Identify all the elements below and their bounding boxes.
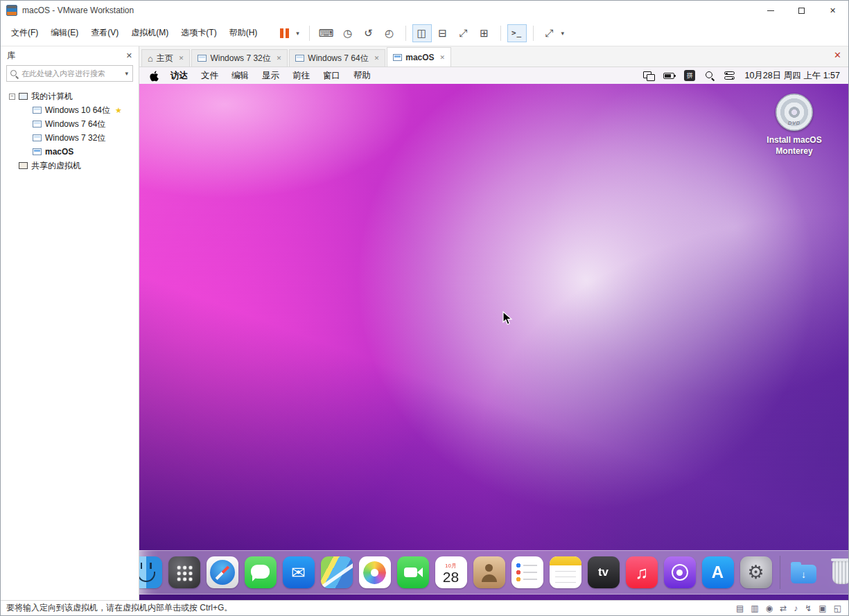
pause-dropdown-icon[interactable]: ▾ <box>296 30 299 37</box>
apple-menu-icon[interactable] <box>150 71 159 81</box>
launchpad-grid <box>175 564 193 581</box>
search-dropdown-icon[interactable]: ▾ <box>123 70 130 77</box>
revert-snapshot-button[interactable]: ↺ <box>359 24 378 42</box>
menu-vm[interactable]: 虚拟机(M) <box>125 24 175 42</box>
install-macos-icon[interactable]: DVD Install macOS Monterey <box>754 94 834 157</box>
dock-mail-icon[interactable]: ✉ <box>283 556 315 588</box>
hard-disk-2-icon[interactable]: ▥ <box>751 604 758 613</box>
input-source-icon[interactable]: 拼 <box>684 70 695 81</box>
close-tab-icon[interactable]: ✕ <box>834 50 841 60</box>
collapse-icon[interactable]: − <box>9 94 15 100</box>
photos-flower <box>363 561 386 584</box>
minimize-button[interactable] <box>755 1 786 20</box>
battery-icon[interactable] <box>663 73 674 79</box>
minimize-icon <box>767 10 774 11</box>
hard-disk-icon[interactable]: ▤ <box>736 604 744 613</box>
computer-icon <box>19 93 28 100</box>
dock-downloads-icon[interactable]: ↓ <box>788 556 820 588</box>
dock-photos-icon[interactable] <box>359 556 391 588</box>
fit-guest-icon[interactable]: ◱ <box>834 604 841 613</box>
finder-menu[interactable]: 访达 <box>170 70 188 82</box>
dock-podcasts-icon[interactable] <box>664 556 696 588</box>
tab-home[interactable]: ⌂ 主页 ✕ <box>141 49 190 67</box>
take-snapshot-button[interactable]: ◷ <box>338 24 358 42</box>
mac-menu-edit[interactable]: 编辑 <box>231 70 249 82</box>
toolbar-separator <box>405 26 406 41</box>
macos-desktop[interactable]: DVD Install macOS Monterey ✉ <box>139 84 848 600</box>
network-icon[interactable]: ⇄ <box>780 604 787 613</box>
pause-button[interactable] <box>274 24 294 42</box>
tab-windows7-64[interactable]: Windows 7 64位 ✕ <box>289 49 385 67</box>
menubar-clock[interactable]: 10月28日 周四 上午 1:57 <box>744 70 840 82</box>
dock-launchpad-icon[interactable] <box>168 556 200 588</box>
maximize-button[interactable] <box>786 1 817 20</box>
menu-file[interactable]: 文件(F) <box>5 24 44 42</box>
vmware-logo-icon <box>6 5 17 16</box>
unity-button[interactable]: ⊞ <box>475 24 494 42</box>
menu-edit[interactable]: 编辑(E) <box>44 24 85 42</box>
dock-appletv-icon[interactable]: tv <box>588 556 620 588</box>
dock-appstore-icon[interactable]: A <box>702 556 734 588</box>
ctrl-alt-del-button[interactable]: ⌨ <box>316 24 337 42</box>
tree-item-windows7-32[interactable]: Windows 7 32位 <box>1 131 139 145</box>
cd-rom-icon[interactable]: ◉ <box>766 604 773 613</box>
mac-menu-help[interactable]: 帮助 <box>353 70 371 82</box>
manage-snapshots-button[interactable]: ◴ <box>380 24 399 42</box>
tab-close-icon[interactable]: ✕ <box>374 55 380 62</box>
fullscreen-button[interactable]: ⤢ <box>454 24 473 42</box>
library-toggle-button[interactable]: ◫ <box>412 24 432 42</box>
close-button[interactable]: ✕ <box>817 1 848 20</box>
tab-close-icon[interactable]: ✕ <box>179 55 184 62</box>
dock-calendar-icon[interactable]: 10月 28 <box>435 556 467 588</box>
menu-view[interactable]: 查看(V) <box>85 24 125 42</box>
tree-item-shared-vms[interactable]: 共享的虚拟机 <box>1 159 139 173</box>
stretch-button[interactable]: ⤢ <box>540 24 559 42</box>
tab-close-icon[interactable]: ✕ <box>277 55 282 62</box>
tree-item-windows7-64[interactable]: Windows 7 64位 <box>1 117 139 131</box>
downloads-folder: ↓ <box>791 565 816 583</box>
favorite-star-icon: ★ <box>115 106 122 115</box>
mac-menu-go[interactable]: 前往 <box>292 70 310 82</box>
tab-bar: ⌂ 主页 ✕ Windows 7 32位 ✕ Windows 7 64位 ✕ m… <box>139 46 848 67</box>
dock-facetime-icon[interactable] <box>397 556 429 588</box>
stretch-dropdown-icon[interactable]: ▾ <box>561 30 565 37</box>
dock-notes-icon[interactable] <box>550 556 581 588</box>
tree-item-label: 我的计算机 <box>31 91 73 103</box>
mac-menu-window[interactable]: 窗口 <box>323 70 340 82</box>
menu-tabs[interactable]: 选项卡(T) <box>175 24 222 42</box>
mac-menu-view[interactable]: 显示 <box>262 70 279 82</box>
tab-label: macOS <box>405 53 434 62</box>
dock-music-icon[interactable]: ♫ <box>626 556 658 588</box>
vmware-window: macOS - VMware Workstation ✕ 文件(F) 编辑(E)… <box>0 0 849 616</box>
search-input[interactable] <box>19 69 123 78</box>
library-close-icon[interactable]: ✕ <box>126 51 132 60</box>
dock-finder-icon[interactable] <box>139 556 162 588</box>
tree-item-my-computer[interactable]: − 我的计算机 <box>1 89 139 103</box>
dock-reminders-icon[interactable] <box>511 556 543 588</box>
vm-running-icon <box>393 54 402 61</box>
dock-contacts-icon[interactable] <box>473 556 505 588</box>
control-center-icon[interactable] <box>724 71 735 80</box>
dock-maps-icon[interactable] <box>321 556 353 588</box>
dock-trash-icon[interactable] <box>826 556 849 588</box>
console-button[interactable]: >_ <box>507 24 527 42</box>
tree-item-macos[interactable]: macOS <box>1 145 139 159</box>
mac-menu-file[interactable]: 文件 <box>201 70 218 82</box>
dock-system-preferences-icon[interactable]: ⚙ <box>740 556 772 588</box>
menu-help[interactable]: 帮助(H) <box>223 24 264 42</box>
tree-item-windows10-64[interactable]: Windows 10 64位 ★ <box>1 103 139 117</box>
tab-windows7-32[interactable]: Windows 7 32位 ✕ <box>191 49 288 67</box>
dock-safari-icon[interactable] <box>207 556 238 588</box>
vm-screen-icon <box>33 134 42 141</box>
vm-console[interactable]: 访达 文件 编辑 显示 前往 窗口 帮助 拼 10月28日 周四 上午 1:57 <box>139 67 848 600</box>
spotlight-icon[interactable] <box>705 71 715 80</box>
dock-messages-icon[interactable] <box>245 556 277 588</box>
usb-icon[interactable]: ↯ <box>805 604 812 613</box>
sound-icon[interactable]: ♪ <box>794 604 798 613</box>
toolbar-separator <box>533 26 534 41</box>
thumbnail-bar-button[interactable]: ⊟ <box>433 24 453 42</box>
screen-mirroring-icon[interactable] <box>643 71 654 80</box>
tab-macos[interactable]: macOS ✕ <box>387 47 451 67</box>
printer-icon[interactable]: ▣ <box>819 604 826 613</box>
tab-close-icon[interactable]: ✕ <box>440 54 446 61</box>
